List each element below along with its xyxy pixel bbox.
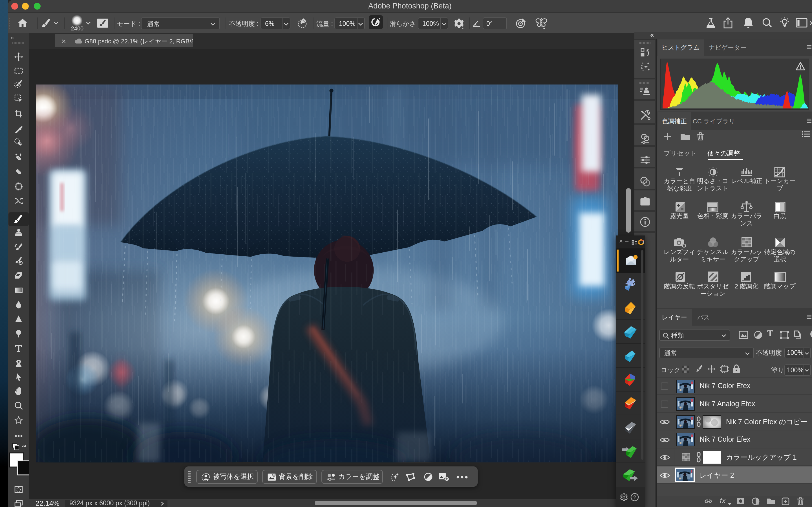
svg-text:?: ? [633,495,636,500]
